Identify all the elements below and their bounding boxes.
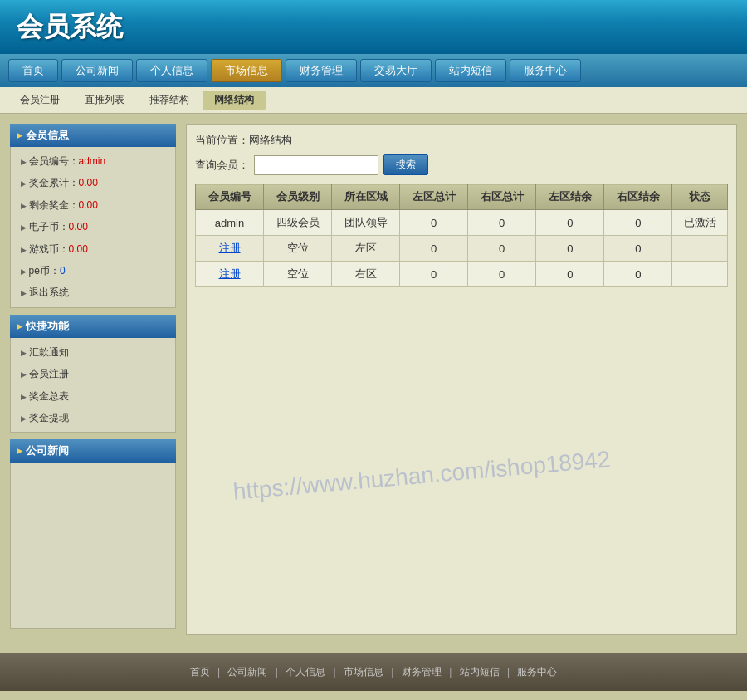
- sidebar-section-header: 公司新闻: [10, 439, 176, 463]
- footer-separator: |: [447, 666, 455, 678]
- search-label: 查询会员：: [195, 158, 249, 173]
- table-cell: 0: [468, 262, 536, 287]
- table-cell: 左区: [332, 236, 400, 262]
- table-cell: 0: [468, 210, 536, 236]
- main-nav-item[interactable]: 站内短信: [435, 59, 506, 82]
- table-row: admin四级会员团队领导0000已激活: [196, 210, 728, 236]
- sidebar-section-header: 快捷功能: [10, 315, 176, 338]
- sidebar-section-quick-functions: 快捷功能汇款通知会员注册奖金总表奖金提现: [10, 315, 176, 433]
- search-bar: 查询会员： 搜索: [195, 154, 728, 175]
- sidebar-item[interactable]: 汇款通知: [11, 341, 175, 363]
- table-cell: 0: [400, 210, 468, 236]
- footer-link[interactable]: 服务中心: [517, 666, 557, 678]
- sidebar-item: 剩余奖金：0.00: [11, 194, 175, 216]
- footer-link[interactable]: 市场信息: [344, 666, 383, 678]
- table-column-header: 左区结余: [536, 184, 604, 210]
- table-cell: 团队领导: [332, 210, 400, 236]
- table-cell: 空位: [264, 262, 332, 287]
- footer-separator: |: [215, 666, 223, 678]
- watermark: https://www.huzhan.com/ishop18942: [232, 446, 611, 506]
- main-nav-item[interactable]: 公司新闻: [61, 59, 133, 82]
- search-button[interactable]: 搜索: [383, 154, 428, 175]
- table-column-header: 右区总计: [468, 184, 536, 210]
- sidebar-item: 会员编号：admin: [11, 150, 175, 172]
- footer-separator: |: [505, 666, 513, 678]
- footer-link[interactable]: 个人信息: [286, 666, 325, 678]
- content-wrapper: 会员信息会员编号：admin奖金累计：0.00剩余奖金：0.00电子币：0.00…: [0, 114, 747, 645]
- site-title: 会员系统: [17, 9, 123, 46]
- location-bar: 当前位置：网络结构: [195, 133, 728, 148]
- header: 会员系统: [0, 0, 747, 54]
- table-cell: 空位: [264, 236, 332, 262]
- sidebar-item: 游戏币：0.00: [11, 238, 175, 260]
- table-cell: 0: [400, 262, 468, 287]
- main-nav-item[interactable]: 财务管理: [286, 59, 357, 82]
- footer-separator: |: [330, 666, 339, 678]
- sidebar-item[interactable]: 会员注册: [11, 363, 175, 384]
- sub-navigation: 会员注册直推列表推荐结构网络结构: [0, 87, 747, 114]
- main-nav-item[interactable]: 首页: [8, 59, 58, 82]
- sidebar-item[interactable]: 奖金总表: [11, 385, 175, 407]
- sidebar-section-body: 汇款通知会员注册奖金总表奖金提现: [10, 338, 176, 433]
- table-cell: admin: [196, 210, 264, 236]
- table-cell: 0: [604, 236, 672, 262]
- table-cell: 0: [536, 236, 604, 262]
- table-column-header: 状态: [672, 184, 728, 210]
- main-nav-item[interactable]: 交易大厅: [360, 59, 432, 82]
- sidebar-section-member-info: 会员信息会员编号：admin奖金累计：0.00剩余奖金：0.00电子币：0.00…: [10, 124, 176, 308]
- sidebar-item[interactable]: 奖金提现: [11, 407, 175, 428]
- sub-nav-item[interactable]: 直推列表: [73, 91, 136, 110]
- sidebar-section-header: 会员信息: [10, 124, 176, 147]
- table-cell[interactable]: 注册: [196, 262, 264, 287]
- sidebar-section-body-empty: [10, 463, 176, 629]
- table-cell: 右区: [332, 262, 400, 287]
- table-column-header: 所在区域: [332, 184, 400, 210]
- footer-link[interactable]: 公司新闻: [227, 666, 267, 678]
- table-row: 注册空位左区0000: [196, 236, 728, 262]
- footer-separator: |: [272, 666, 281, 678]
- main-nav-item[interactable]: 市场信息: [211, 59, 282, 82]
- sub-nav-item[interactable]: 推荐结构: [138, 91, 201, 110]
- sidebar-item: pe币：0: [11, 260, 175, 281]
- main-navigation: 首页公司新闻个人信息市场信息财务管理交易大厅站内短信服务中心: [0, 54, 747, 87]
- table-cell: 0: [604, 210, 672, 236]
- sub-nav-item[interactable]: 会员注册: [8, 91, 71, 110]
- table-cell[interactable]: 注册: [196, 236, 264, 262]
- table-cell: [672, 236, 728, 262]
- main-nav-item[interactable]: 服务中心: [510, 59, 581, 82]
- table-cell: 0: [536, 262, 604, 287]
- footer: 首页 | 公司新闻 | 个人信息 | 市场信息 | 财务管理 | 站内短信 | …: [0, 653, 747, 691]
- sidebar-section-body: 会员编号：admin奖金累计：0.00剩余奖金：0.00电子币：0.00游戏币：…: [10, 147, 176, 308]
- table-cell: 四级会员: [264, 210, 332, 236]
- table-body: admin四级会员团队领导0000已激活注册空位左区0000注册空位右区0000: [196, 210, 728, 287]
- sub-nav-item[interactable]: 网络结构: [203, 91, 266, 110]
- footer-link[interactable]: 站内短信: [460, 666, 500, 678]
- sidebar-item: 奖金累计：0.00: [11, 172, 175, 193]
- sidebar-item[interactable]: 退出系统: [11, 281, 175, 303]
- search-input[interactable]: [254, 155, 378, 175]
- footer-separator: |: [388, 666, 397, 678]
- table-column-header: 右区结余: [604, 184, 672, 210]
- data-table: 会员编号会员级别所在区域左区总计右区总计左区结余右区结余状态 admin四级会员…: [195, 184, 728, 287]
- table-cell: 0: [400, 236, 468, 262]
- table-header: 会员编号会员级别所在区域左区总计右区总计左区结余右区结余状态: [196, 184, 728, 210]
- footer-link[interactable]: 财务管理: [402, 666, 442, 678]
- table-cell: [672, 262, 728, 287]
- table-cell: 0: [604, 262, 672, 287]
- table-row: 注册空位右区0000: [196, 262, 728, 287]
- table-column-header: 左区总计: [400, 184, 468, 210]
- footer-link[interactable]: 首页: [190, 666, 210, 678]
- table-cell: 已激活: [672, 210, 728, 236]
- table-column-header: 会员编号: [196, 184, 264, 210]
- sidebar: 会员信息会员编号：admin奖金累计：0.00剩余奖金：0.00电子币：0.00…: [10, 124, 176, 635]
- table-cell: 0: [468, 236, 536, 262]
- main-panel: 当前位置：网络结构 查询会员： 搜索 会员编号会员级别所在区域左区总计右区总计左…: [186, 124, 737, 635]
- main-nav-item[interactable]: 个人信息: [136, 59, 208, 82]
- table-cell: 0: [536, 210, 604, 236]
- sidebar-section-company-news: 公司新闻: [10, 439, 176, 629]
- sidebar-item: 电子币：0.00: [11, 216, 175, 237]
- table-column-header: 会员级别: [264, 184, 332, 210]
